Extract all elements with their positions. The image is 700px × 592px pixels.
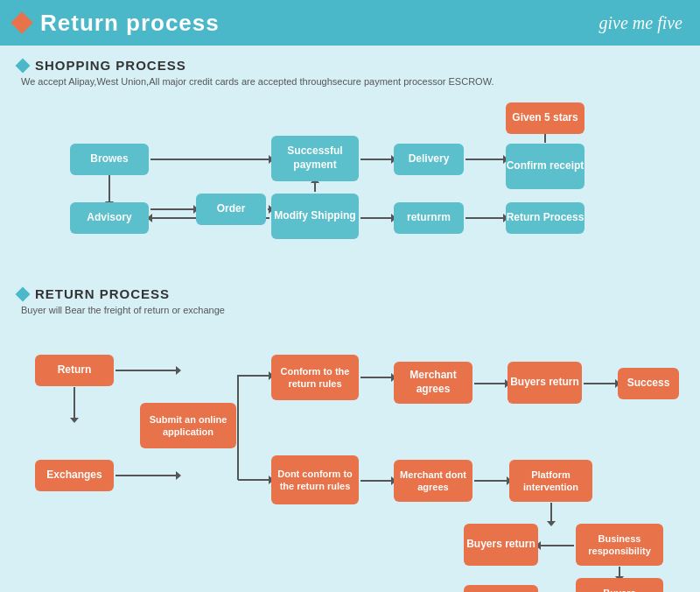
return-flow: Return Submit an online application Conf…: [18, 324, 682, 592]
box-buyers-resp: Buyers responsibility: [576, 578, 663, 592]
arrow-browes-payment: [150, 159, 270, 160]
return-diamond-icon: [16, 286, 31, 301]
box-submit-app: Submit an online application: [140, 403, 236, 448]
brand-logo: give me five: [599, 13, 683, 33]
box-advisory: Advisory: [70, 202, 149, 234]
box-order: Order: [196, 194, 266, 225]
arrow-buyers1-success: [584, 383, 616, 384]
shopping-section-header: SHOPPING PROCESS: [18, 58, 682, 73]
arrow-biz-buyers2: [540, 545, 574, 546]
shopping-diamond-icon: [16, 58, 31, 73]
arrow-return-down: [74, 387, 75, 419]
arrow-modify-returnrm: [360, 217, 392, 219]
box-dont-conform: Dont conform to the return rules: [271, 455, 359, 504]
box-modify-shipping: Modify Shipping: [271, 194, 359, 239]
box-delivery: Delivery: [394, 144, 464, 175]
return-title: RETURN PROCESS: [35, 286, 170, 301]
box-business-resp: Business responsibility: [576, 524, 663, 566]
page-title: Return process: [40, 10, 220, 37]
box-merchant-agrees: Merchant agrees: [394, 362, 472, 404]
box-return: Return: [35, 355, 114, 386]
box-merchant-dont: Merchant dont agrees: [394, 460, 472, 502]
arrow-order-modify: [268, 208, 270, 210]
arrow-delivery-confirm: [466, 159, 504, 160]
box-browes: Browes: [70, 144, 149, 175]
box-conform-rules: Conform to the return rules: [271, 355, 359, 400]
arrow-payment-delivery: [360, 159, 392, 160]
return-section: RETURN PROCESS Buyer will Bear the freig…: [18, 286, 682, 592]
arrow-v-submit: [237, 375, 239, 480]
box-buyers-return1: Buyers return: [508, 362, 582, 404]
shopping-title: SHOPPING PROCESS: [35, 58, 186, 73]
shopping-subtitle: We accept Alipay,West Union,All major cr…: [18, 76, 682, 87]
return-subtitle: Buyer will Bear the freight of return or…: [18, 305, 682, 315]
box-return-process: Return Process: [506, 202, 584, 234]
arrow-conform-merchant: [360, 377, 392, 378]
shopping-flow: Browes Successful payment Delivery Confi…: [18, 95, 682, 279]
box-platform: Platform intervention: [509, 460, 592, 502]
box-given-stars: Given 5 stars: [506, 102, 584, 134]
main-content: SHOPPING PROCESS We accept Alipay,West U…: [0, 46, 700, 592]
box-returnrm: returnrm: [394, 202, 464, 234]
arrow-dont-merchantdont: [360, 480, 392, 482]
arrow-platform-down: [550, 503, 552, 522]
arrow-browes-down: [108, 174, 110, 202]
arrow-to-order: [150, 208, 194, 210]
arrow-submit-down-right: [238, 479, 270, 481]
header: Return process give me five: [0, 0, 700, 46]
arrow-merchantdont-platform: [474, 480, 508, 482]
arrow-exchanges-right: [116, 475, 177, 476]
arrow-merchant-buyers1: [474, 383, 506, 384]
box-exchanges: Exchanges: [35, 460, 114, 491]
return-section-header: RETURN PROCESS: [18, 286, 682, 301]
box-confirm-receipt: Confirm receipt: [506, 144, 584, 189]
box-successful-payment: Successful payment: [271, 136, 359, 181]
header-diamond-icon: [10, 11, 32, 33]
arrow-modify-up: [314, 182, 316, 192]
arrow-returnrm-process: [466, 217, 504, 219]
box-buyers-return2: Buyers return: [464, 524, 538, 566]
arrow-return-right: [116, 370, 177, 371]
arrow-biz-down: [619, 567, 620, 577]
box-failure: Failure: [464, 585, 538, 592]
arrow-submit-up-right: [238, 375, 270, 377]
box-success: Success: [618, 368, 679, 399]
